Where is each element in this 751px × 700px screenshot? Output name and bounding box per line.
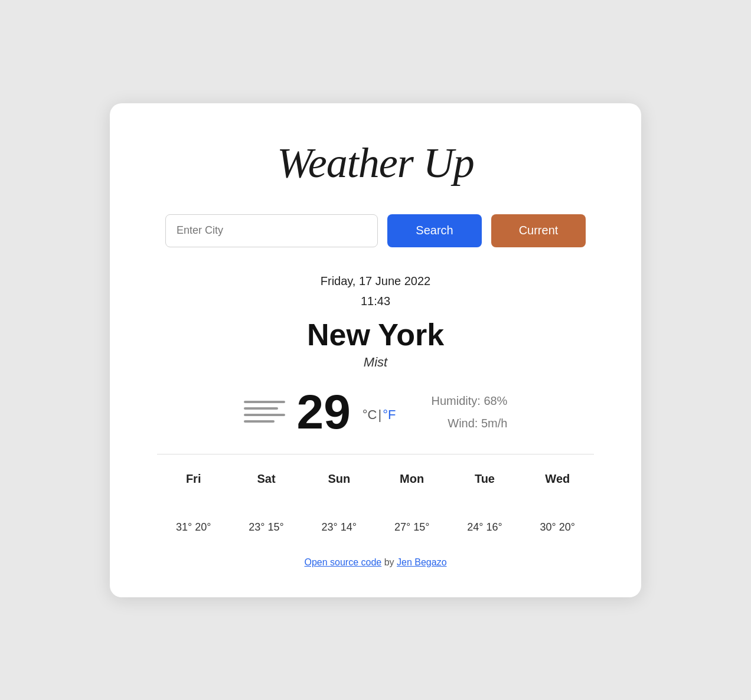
humidity-display: Humidity: 68% <box>431 390 507 412</box>
city-name: New York <box>157 317 594 352</box>
forecast-temps-sat: 23° 15° <box>249 521 283 534</box>
mist-line-2 <box>244 407 278 410</box>
wind-display: Wind: 5m/h <box>431 412 507 434</box>
day-label-fri: Fri <box>186 472 201 486</box>
forecast-day-tue: Tue 24° 16° <box>455 472 514 534</box>
mist-line-1 <box>244 401 285 403</box>
weather-description: Mist <box>157 355 594 370</box>
forecast-row: Fri 31° 20° Sat <box>157 472 594 534</box>
weather-card: Weather Up Search Current Friday, 17 Jun… <box>110 103 641 597</box>
day-label-tue: Tue <box>475 472 495 486</box>
search-button[interactable]: Search <box>387 214 482 247</box>
fahrenheit-unit[interactable]: °F <box>383 407 396 423</box>
forecast-day-wed: Wed 30° 20° <box>528 472 587 534</box>
celsius-unit: °C <box>363 407 377 423</box>
forecast-day-sun: Sun 23° 14° <box>309 472 368 534</box>
current-location-button[interactable]: Current <box>491 214 586 247</box>
mist-icon <box>244 401 285 423</box>
forecast-temps-sun: 23° 14° <box>322 521 357 534</box>
mist-line-3 <box>244 414 285 416</box>
mist-line-4 <box>244 420 275 423</box>
temperature-section: 29 °C | °F <box>244 388 396 436</box>
city-input[interactable] <box>165 214 378 247</box>
footer: Open source code by Jen Begazo <box>157 557 594 568</box>
temperature-value: 29 <box>297 388 351 436</box>
weather-main-section: 29 °C | °F Humidity: 68% Wind: 5m/h <box>157 388 594 436</box>
forecast-temps-tue: 24° 16° <box>467 521 502 534</box>
forecast-temps-mon: 27° 15° <box>394 521 429 534</box>
forecast-day-mon: Mon 27° 15° <box>383 472 442 534</box>
day-label-sat: Sat <box>257 472 275 486</box>
unit-separator: | <box>378 407 382 423</box>
day-label-wed: Wed <box>545 472 570 486</box>
forecast-day-fri: Fri 31° 20° <box>164 472 223 534</box>
section-divider <box>157 454 594 454</box>
forecast-day-sat: Sat 23° 15° <box>237 472 296 534</box>
weather-stats: Humidity: 68% Wind: 5m/h <box>431 390 507 434</box>
unit-toggle: °C | °F <box>363 401 396 423</box>
search-row: Search Current <box>157 214 594 247</box>
app-title: Weather Up <box>157 139 594 188</box>
forecast-temps-fri: 31° 20° <box>176 521 211 534</box>
footer-by-text: by <box>384 557 397 567</box>
time: 11:43 <box>157 291 594 311</box>
date: Friday, 17 June 2022 <box>157 271 594 291</box>
day-label-sun: Sun <box>328 472 350 486</box>
forecast-temps-wed: 30° 20° <box>540 521 575 534</box>
author-link[interactable]: Jen Begazo <box>397 557 447 567</box>
source-code-link[interactable]: Open source code <box>304 557 381 567</box>
date-display: Friday, 17 June 2022 11:43 <box>157 271 594 311</box>
day-label-mon: Mon <box>400 472 424 486</box>
